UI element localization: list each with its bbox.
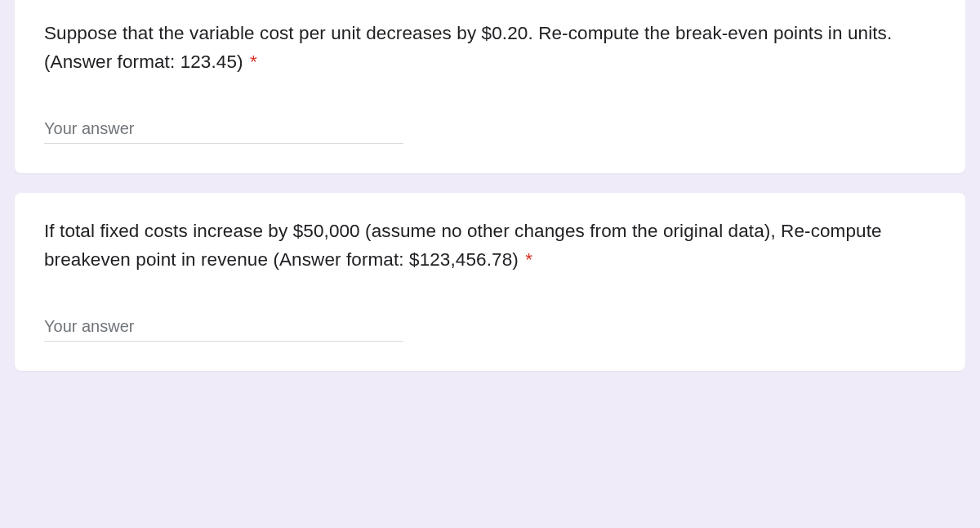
- question-label: Suppose that the variable cost per unit …: [44, 23, 892, 72]
- question-text: If total fixed costs increase by $50,000…: [44, 217, 936, 275]
- required-marker: *: [525, 249, 532, 270]
- answer-field-wrap: [44, 116, 403, 144]
- answer-field-wrap: [44, 314, 403, 342]
- question-card: Suppose that the variable cost per unit …: [15, 0, 965, 173]
- question-text: Suppose that the variable cost per unit …: [44, 20, 936, 77]
- form-page: Suppose that the variable cost per unit …: [0, 0, 980, 528]
- answer-input[interactable]: [44, 116, 403, 144]
- question-label: If total fixed costs increase by $50,000…: [44, 221, 882, 270]
- question-card: If total fixed costs increase by $50,000…: [15, 193, 965, 371]
- required-marker: *: [250, 51, 257, 72]
- answer-input[interactable]: [44, 314, 403, 342]
